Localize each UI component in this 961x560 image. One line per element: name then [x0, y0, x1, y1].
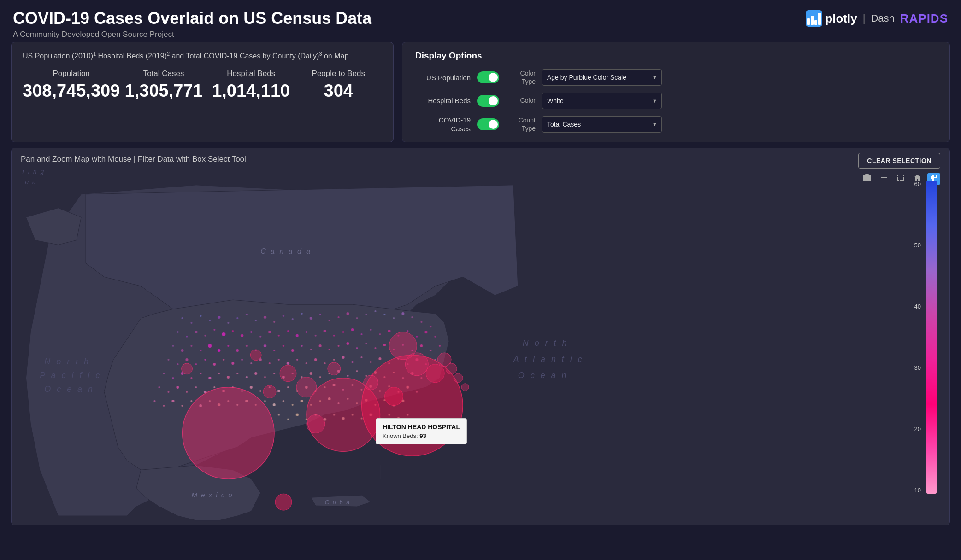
- svg-point-17: [329, 320, 330, 321]
- svg-point-153: [213, 386, 215, 388]
- svg-point-68: [264, 344, 266, 347]
- stat-population-value: 308,745,309: [23, 81, 120, 101]
- svg-point-108: [352, 361, 354, 362]
- sup1: 1: [93, 51, 96, 57]
- svg-point-95: [231, 362, 234, 364]
- svg-point-35: [232, 330, 234, 332]
- svg-point-48: [351, 328, 354, 331]
- tooltip-beds-value: 93: [419, 432, 426, 439]
- svg-point-126: [236, 372, 238, 374]
- svg-point-56: [424, 331, 427, 333]
- svg-point-79: [366, 343, 367, 344]
- toggle-population[interactable]: [477, 71, 499, 83]
- svg-point-10: [264, 316, 266, 319]
- stat-hospital-beds-label: Hospital Beds: [207, 69, 295, 78]
- svg-point-43: [306, 331, 307, 333]
- svg-point-89: [177, 363, 179, 365]
- svg-point-58: [172, 345, 174, 347]
- stat-total-cases-label: Total Cases: [120, 69, 207, 78]
- pacific-label3: O c e a n: [44, 384, 94, 393]
- svg-point-40: [278, 335, 280, 337]
- svg-point-149: [177, 385, 179, 388]
- svg-point-28: [430, 326, 431, 327]
- stat-people-to-beds: People to Beds 304: [295, 69, 382, 101]
- svg-point-107: [342, 356, 345, 358]
- type-label-count-type: CountType: [506, 116, 536, 133]
- dropdown-color[interactable]: White Red Blue Green: [542, 93, 662, 109]
- svg-point-57: [434, 336, 436, 338]
- svg-point-76: [338, 345, 340, 347]
- svg-point-65: [236, 349, 239, 351]
- svg-point-177: [163, 404, 165, 406]
- tooltip-hospital-name: HILTON HEAD HOSPITAL: [383, 423, 460, 431]
- svg-point-18: [338, 316, 340, 318]
- svg-point-26: [411, 316, 413, 318]
- map-tooltip: HILTON HEAD HOSPITAL Known Beds: 93: [376, 418, 467, 444]
- svg-point-94: [223, 358, 224, 360]
- options-row-covid: COVID-19Cases CountType Total Cases New …: [415, 116, 937, 134]
- page-subtitle: A Community Developed Open Source Projec…: [13, 30, 371, 39]
- svg-point-54: [407, 330, 408, 332]
- svg-point-5: [218, 316, 220, 319]
- svg-point-32: [204, 335, 206, 337]
- sup2: 2: [167, 51, 170, 57]
- bar3: [814, 20, 817, 25]
- svg-point-88: [168, 358, 170, 360]
- type-label-color: Color: [506, 96, 536, 105]
- colorbar-label-50: 50: [914, 242, 921, 249]
- clear-selection-button[interactable]: CLEAR SELECTION: [858, 153, 940, 169]
- svg-point-34: [222, 332, 225, 336]
- svg-point-66: [246, 345, 248, 347]
- camera-icon-button[interactable]: [860, 173, 874, 185]
- svg-point-50: [370, 329, 372, 331]
- svg-point-62: [208, 344, 212, 348]
- svg-point-111: [379, 357, 382, 360]
- page-header: COVID-19 Cases Overlaid on US Census Dat…: [0, 0, 961, 42]
- stats-grid: Population 308,745,309 Total Cases 1,305…: [23, 69, 382, 101]
- svg-point-157: [250, 385, 253, 388]
- svg-point-90: [186, 358, 189, 361]
- svg-point-46: [333, 335, 335, 337]
- svg-point-73: [310, 348, 312, 350]
- covid-bubble-sm16: [461, 383, 469, 391]
- page-title: COVID-19 Cases Overlaid on US Census Dat…: [13, 8, 371, 28]
- colorbar-label-40: 40: [914, 303, 921, 310]
- svg-point-148: [168, 391, 170, 392]
- toggle-beds[interactable]: [477, 95, 499, 107]
- covid-bubble-sm8: [250, 349, 261, 360]
- svg-point-12: [283, 315, 284, 317]
- svg-point-99: [269, 362, 271, 364]
- toggle-covid[interactable]: [477, 118, 499, 130]
- zoom-in-button[interactable]: [878, 173, 890, 185]
- svg-point-125: [227, 375, 230, 378]
- tooltip-beds-label: Known Beds:: [383, 432, 418, 439]
- tooltip-beds-info: Known Beds: 93: [383, 432, 460, 439]
- covid-bubble-sm11: [182, 363, 193, 374]
- options-label-population: US Population: [415, 74, 471, 82]
- dropdown-color-type[interactable]: Age by Purblue Color Scale Population De…: [542, 69, 662, 86]
- svg-point-103: [306, 362, 307, 364]
- covid-bubble-sm12: [385, 387, 403, 405]
- colorbar-label-30: 30: [914, 364, 921, 371]
- atlantic-label3: O c e a n: [518, 370, 568, 379]
- svg-point-92: [204, 358, 206, 360]
- svg-point-100: [278, 358, 280, 360]
- svg-point-2: [191, 322, 193, 324]
- covid-bubble-texas: [183, 387, 275, 479]
- svg-point-110: [370, 361, 372, 362]
- covid-bubble-sm7: [328, 362, 341, 375]
- dropdown-count-type[interactable]: Total Cases New Cases Deaths: [542, 116, 662, 133]
- svg-point-105: [324, 362, 326, 364]
- covid-bubble-small4: [280, 365, 296, 381]
- svg-point-188: [264, 400, 266, 402]
- svg-point-123: [208, 376, 211, 379]
- svg-point-1: [182, 317, 183, 319]
- svg-point-7: [236, 317, 238, 319]
- select-box-button[interactable]: [894, 173, 907, 185]
- plotly-icon: [806, 10, 822, 27]
- dropdown-color-type-wrapper: Age by Purblue Color Scale Population De…: [542, 69, 662, 86]
- svg-point-63: [218, 349, 220, 351]
- svg-point-85: [420, 344, 423, 347]
- svg-point-31: [195, 331, 198, 333]
- svg-point-52: [388, 330, 390, 332]
